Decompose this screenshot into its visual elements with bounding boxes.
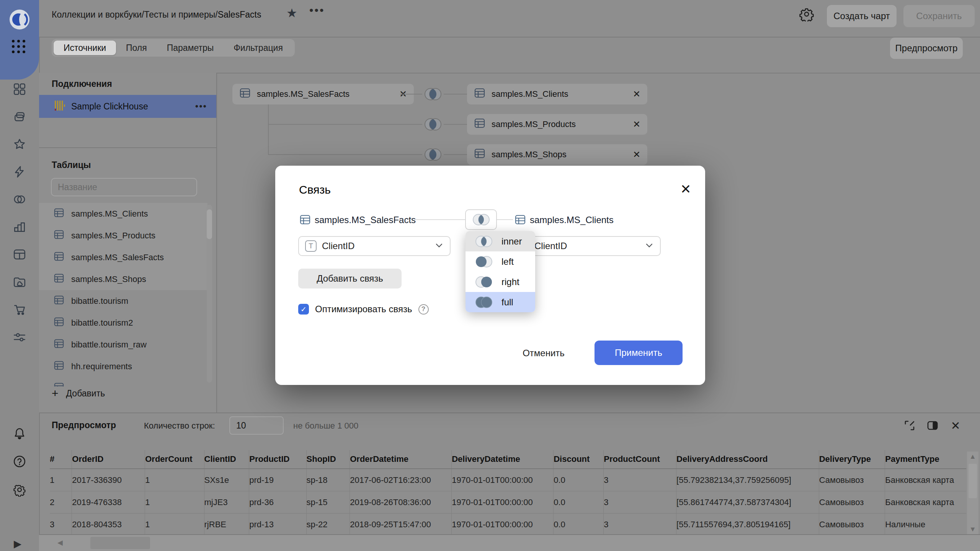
column-header: PaymentType (885, 450, 966, 469)
sources-sidebar: Подключения Sample ClickHouse ••• Таблиц… (39, 73, 217, 412)
join-badge-shops[interactable] (422, 144, 444, 166)
tables-icon[interactable] (10, 245, 29, 264)
cancel-button[interactable]: Отменить (515, 341, 572, 365)
column-header: OrderCount (145, 450, 204, 469)
row-count-label: Количество строк: (144, 421, 215, 431)
tab-sources[interactable]: Источники (54, 41, 116, 55)
optimize-row: ✓ Оптимизировать связь ? (298, 303, 429, 315)
table-item[interactable]: samples.MS_Shops (39, 268, 207, 290)
help-circle-icon[interactable]: ? (418, 304, 429, 315)
canvas-node-salesfacts[interactable]: samples.MS_SalesFacts ✕ (232, 84, 414, 104)
join-option-right[interactable]: right (466, 272, 535, 292)
modal-close-icon[interactable]: ✕ (680, 183, 691, 196)
connection-item-selected[interactable]: Sample ClickHouse ••• (39, 95, 216, 118)
tab-filtering[interactable]: Фильтрация (224, 41, 293, 55)
table-row: 22019-4763381mjJE3prd-36sp-152019-08-26T… (50, 491, 966, 514)
column-header: DeliveryType (819, 450, 885, 469)
favorite-star-icon[interactable]: ★ (286, 6, 297, 20)
column-header: ProductID (249, 450, 306, 469)
remove-table-icon[interactable]: ✕ (625, 119, 640, 130)
marketplace-icon[interactable] (10, 300, 29, 319)
preview-hscrollbar[interactable]: ◀ (39, 535, 980, 551)
canvas-node-products[interactable]: samples.MS_Products ✕ (467, 114, 647, 135)
breadcrumb: Коллекции и воркбуки / Тесты и примеры /… (52, 7, 261, 22)
charts-icon[interactable] (10, 217, 29, 236)
column-header: DeliveryAddressCoord (676, 450, 819, 469)
services-icon[interactable] (10, 328, 29, 347)
add-join-button[interactable]: Добавить связь (298, 269, 402, 289)
join-option-left[interactable]: left (466, 251, 535, 272)
connections-icon[interactable] (10, 162, 29, 181)
apps-grid-icon[interactable] (12, 40, 25, 53)
table-search-input[interactable] (51, 178, 197, 196)
preview-close-icon[interactable]: ✕ (948, 418, 963, 433)
remove-table-icon[interactable]: ✕ (625, 89, 640, 99)
table-item[interactable]: samples.MS_Products (39, 225, 207, 246)
scroll-up-icon[interactable]: ▲ (969, 453, 976, 460)
join-option-inner[interactable]: inner (466, 231, 535, 251)
cell: Самовывоз (819, 469, 885, 491)
breadcrumb-collections[interactable]: Коллекции и воркбуки (52, 10, 142, 20)
more-menu-icon[interactable]: ••• (309, 4, 325, 17)
dashboards-icon[interactable] (10, 80, 29, 99)
remove-table-icon[interactable]: ✕ (625, 149, 640, 160)
header-settings-icon[interactable] (797, 5, 816, 24)
preview-expand-icon[interactable] (902, 418, 917, 433)
cell: SXs1e (204, 469, 249, 491)
breadcrumb-workbook[interactable]: Тесты и примеры (144, 10, 215, 20)
canvas-node-shops[interactable]: samples.MS_Shops ✕ (467, 144, 647, 165)
join-badge-clients[interactable] (422, 84, 444, 106)
cell: 0.0 (554, 469, 604, 491)
vscroll-thumb[interactable] (969, 464, 977, 498)
scroll-down-icon[interactable]: ▼ (969, 526, 976, 533)
storage-icon[interactable] (10, 272, 29, 292)
collections-icon[interactable] (10, 107, 29, 126)
scroll-left-icon[interactable]: ◀ (57, 539, 63, 546)
table-icon (299, 214, 311, 227)
save-button[interactable]: Сохранить (903, 5, 975, 27)
cell: prd-13 (249, 514, 306, 536)
tab-fields[interactable]: Поля (116, 41, 157, 55)
hscroll-thumb[interactable] (90, 537, 150, 549)
table-item[interactable]: bibattle.tourism (39, 290, 207, 312)
settings-icon[interactable] (10, 480, 29, 499)
create-chart-button[interactable]: Создать чарт (827, 5, 897, 27)
tables-scrollbar[interactable] (207, 205, 212, 383)
expand-panel-icon[interactable]: ▶ (14, 538, 21, 550)
column-header: DeliveryDatetime (452, 450, 554, 469)
table-item[interactable]: samples.MS_SalesFacts (39, 246, 207, 268)
preview-toggle-button[interactable]: Предпросмотр (890, 37, 963, 59)
table-item[interactable]: bibattle.tourism_raw (39, 334, 207, 355)
cell: 1970-01-01T00:00:00 (452, 514, 554, 536)
datalens-logo[interactable] (9, 9, 30, 31)
cell: 1970-01-01T00:00:00 (452, 491, 554, 514)
favorites-icon[interactable] (10, 135, 29, 154)
column-header: # (50, 450, 72, 469)
plus-icon: + (52, 387, 59, 400)
notifications-icon[interactable] (10, 424, 29, 443)
join-type-trigger[interactable] (465, 209, 497, 230)
left-field-select[interactable]: T ClientID (298, 236, 451, 256)
preview-layout-icon[interactable] (925, 418, 940, 433)
table-row: 32018-8043531rjRBEprd-13sp-222018-09-25T… (50, 514, 966, 536)
datasets-icon[interactable] (10, 190, 29, 209)
row-count-input[interactable] (229, 416, 284, 435)
table-item[interactable]: hh.requirements (39, 355, 207, 377)
chevron-down-icon (645, 241, 654, 251)
apply-button[interactable]: Применить (595, 341, 683, 365)
join-badge-products[interactable] (422, 114, 444, 136)
tab-parameters[interactable]: Параметры (157, 41, 224, 55)
table-item[interactable]: samples.MS_Clients (39, 203, 207, 225)
preview-vscrollbar[interactable]: ▲ ▼ (967, 452, 978, 534)
modal-title: Связь (299, 183, 331, 196)
optimize-checkbox[interactable]: ✓ (298, 304, 309, 315)
join-option-full[interactable]: full (466, 292, 535, 312)
table-item[interactable]: bibattle.tourism2 (39, 312, 207, 334)
join-right-table: samples.MS_Clients (530, 215, 614, 225)
cell: 0.0 (554, 491, 604, 514)
canvas-node-clients[interactable]: samples.MS_Clients ✕ (467, 84, 647, 104)
connection-more-icon[interactable]: ••• (195, 101, 207, 112)
help-icon[interactable] (10, 452, 29, 471)
cell: [55.711557694,37.805194165] (676, 514, 819, 536)
add-table-button[interactable]: + Добавить (52, 383, 105, 403)
